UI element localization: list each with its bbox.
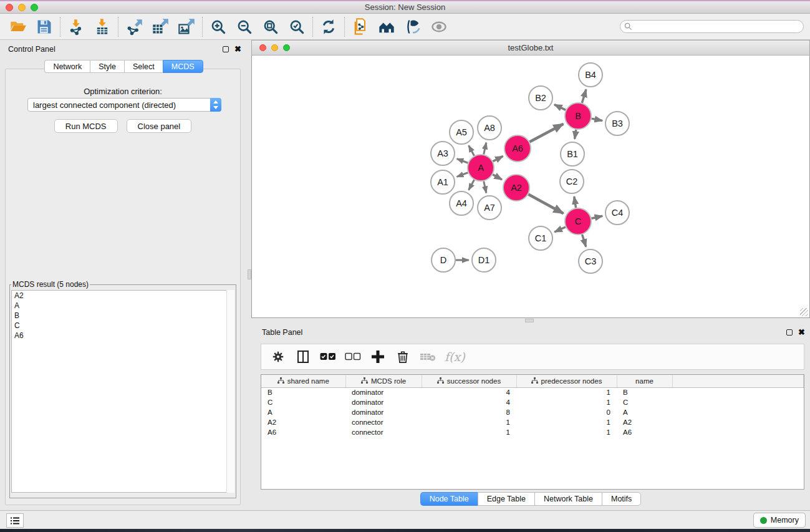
- column-header-predecessor-nodes[interactable]: predecessor nodes: [516, 375, 617, 387]
- result-scrollbar[interactable]: [226, 290, 234, 493]
- edge-B-B3[interactable]: [592, 118, 602, 120]
- result-item[interactable]: C: [12, 321, 234, 331]
- import-table-button[interactable]: [89, 15, 115, 39]
- export-table-button[interactable]: [147, 15, 173, 39]
- column-header-MCDS-role[interactable]: MCDS role: [345, 375, 422, 387]
- clone-network-button[interactable]: [347, 15, 374, 39]
- cell[interactable]: A: [261, 407, 345, 417]
- network-window-titlebar[interactable]: testGlobe.txt: [251, 40, 810, 56]
- edge-A-A8[interactable]: [484, 143, 486, 155]
- node-A1[interactable]: A1: [431, 170, 455, 194]
- network-canvas[interactable]: B4B2BB3A8A5A6A3B1AA1C2A2A4A7C4CC1C3DD1: [251, 56, 810, 318]
- edge-B-B1[interactable]: [575, 130, 576, 139]
- tab-style[interactable]: Style: [90, 60, 124, 73]
- cell[interactable]: C: [617, 397, 672, 407]
- table-row[interactable]: Bdominator41B: [261, 387, 804, 397]
- node-A3[interactable]: A3: [431, 142, 455, 165]
- tab-edge-table[interactable]: Edge Table: [478, 492, 534, 506]
- delete-table-button[interactable]: [420, 347, 436, 366]
- node-A2[interactable]: A2: [503, 175, 529, 201]
- float-panel-icon[interactable]: [223, 46, 229, 52]
- cell[interactable]: B: [261, 387, 345, 397]
- node-B3[interactable]: B3: [605, 112, 629, 135]
- edge-A2-C[interactable]: [528, 195, 563, 214]
- edge-A-A4[interactable]: [469, 180, 475, 190]
- cell[interactable]: connector: [345, 417, 422, 427]
- node-A6[interactable]: A6: [504, 135, 531, 162]
- zoom-fit-button[interactable]: [258, 15, 284, 39]
- cell[interactable]: 4: [422, 387, 516, 397]
- edge-A-A6[interactable]: [493, 156, 503, 161]
- node-C2[interactable]: C2: [560, 170, 584, 193]
- cell[interactable]: A2: [617, 417, 672, 427]
- node-A7[interactable]: A7: [478, 196, 501, 220]
- zoom-in-button[interactable]: [205, 15, 231, 39]
- open-session-button[interactable]: [5, 15, 31, 39]
- deselect-all-button[interactable]: [345, 347, 361, 366]
- memory-button[interactable]: Memory: [753, 513, 806, 528]
- node-C4[interactable]: C4: [605, 201, 629, 225]
- column-header-name[interactable]: name: [617, 375, 672, 387]
- browser-home-button[interactable]: [374, 15, 400, 39]
- export-image-button[interactable]: [173, 15, 200, 39]
- search-input[interactable]: [620, 20, 804, 33]
- delete-column-button[interactable]: [395, 347, 411, 366]
- edge-B-B2[interactable]: [554, 105, 566, 110]
- zoom-selected-button[interactable]: [284, 15, 310, 39]
- node-B[interactable]: B: [565, 103, 591, 129]
- node-B1[interactable]: B1: [561, 142, 584, 166]
- cell[interactable]: 1: [516, 397, 617, 407]
- edge-A-A7[interactable]: [484, 181, 486, 193]
- create-column-button[interactable]: [370, 347, 386, 366]
- close-panel-icon[interactable]: ✖: [234, 46, 241, 52]
- cell[interactable]: 1: [422, 427, 516, 437]
- float-table-panel-icon[interactable]: [786, 329, 793, 336]
- cell[interactable]: 1: [516, 387, 617, 397]
- edge-A-A3[interactable]: [457, 159, 468, 163]
- node-D1[interactable]: D1: [472, 248, 496, 272]
- node-A[interactable]: A: [468, 155, 494, 181]
- function-builder-button[interactable]: f(x): [445, 350, 465, 364]
- save-session-button[interactable]: [31, 15, 57, 39]
- tab-node-table[interactable]: Node Table: [420, 492, 478, 506]
- result-item[interactable]: A6: [12, 331, 234, 341]
- task-history-button[interactable]: [6, 513, 24, 528]
- tab-mcds[interactable]: MCDS: [163, 60, 203, 73]
- column-header-successor-nodes[interactable]: successor nodes: [422, 375, 516, 387]
- edge-C-C1[interactable]: [554, 227, 566, 232]
- criterion-select[interactable]: largest connected component (directed): [27, 98, 221, 112]
- result-item[interactable]: A: [12, 301, 234, 311]
- table-row[interactable]: Cdominator41C: [261, 397, 804, 407]
- node-D[interactable]: D: [432, 248, 455, 272]
- table-mode-button[interactable]: [270, 347, 286, 366]
- node-C3[interactable]: C3: [579, 249, 602, 273]
- node-B2[interactable]: B2: [529, 86, 552, 110]
- node-C1[interactable]: C1: [529, 226, 552, 250]
- cell[interactable]: 1: [516, 427, 617, 437]
- edge-C-C4[interactable]: [591, 216, 602, 218]
- cell[interactable]: A: [617, 407, 672, 417]
- cell[interactable]: A6: [261, 427, 345, 437]
- cell[interactable]: dominator: [345, 387, 422, 397]
- node-A4[interactable]: A4: [450, 191, 473, 215]
- node-A8[interactable]: A8: [478, 116, 501, 140]
- refresh-button[interactable]: [316, 15, 342, 39]
- edge-C-C3[interactable]: [582, 235, 586, 247]
- table-row[interactable]: Adominator80A: [261, 407, 804, 417]
- import-network-button[interactable]: [63, 15, 89, 39]
- horizontal-splitter-handle[interactable]: [525, 319, 534, 322]
- hide-details-button[interactable]: [400, 15, 426, 39]
- edge-A-A1[interactable]: [457, 173, 468, 177]
- cell[interactable]: B: [617, 387, 672, 397]
- close-panel-button[interactable]: Close panel: [127, 119, 192, 133]
- show-columns-button[interactable]: [295, 347, 311, 366]
- column-header-shared-name[interactable]: shared name: [261, 375, 345, 387]
- cell[interactable]: dominator: [345, 397, 422, 407]
- cell[interactable]: 1: [422, 417, 516, 427]
- edge-A-A2[interactable]: [493, 175, 502, 180]
- cell[interactable]: dominator: [345, 407, 422, 417]
- result-item[interactable]: A2: [12, 291, 234, 301]
- mcds-result-list[interactable]: A2ABCA6: [11, 290, 234, 493]
- cell[interactable]: connector: [345, 427, 422, 437]
- tab-select[interactable]: Select: [124, 60, 163, 73]
